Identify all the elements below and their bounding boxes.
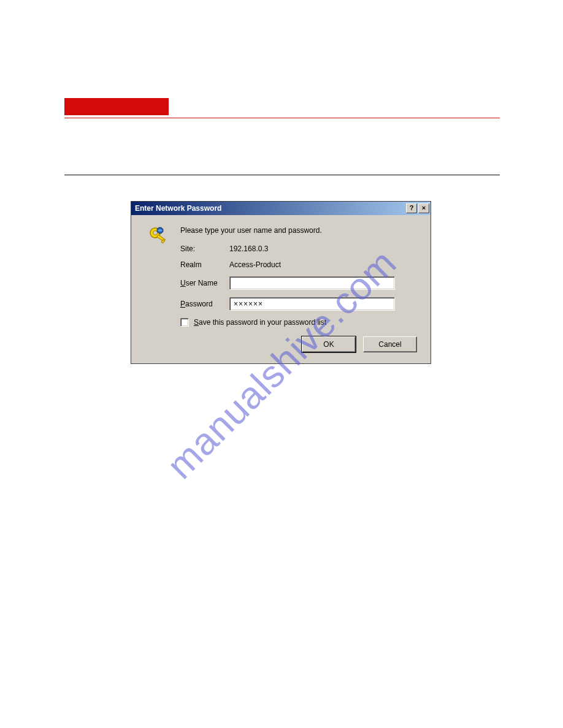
red-header-block [64,98,169,115]
site-value: 192.168.0.3 [229,245,268,253]
ok-button-label: OK [323,340,334,349]
red-divider [64,118,500,118]
password-row: Password [180,297,418,311]
site-row: Site: 192.168.0.3 [180,245,418,253]
close-button[interactable]: × [418,203,429,213]
realm-value: Access-Product [229,260,281,269]
prompt-row: Please type your user name and password. [180,226,418,235]
realm-row: Realm Access-Product [180,260,418,269]
username-input[interactable] [229,276,395,290]
cancel-button[interactable]: Cancel [363,336,417,352]
dialog-titlebar[interactable]: Enter Network Password ? × [131,202,431,215]
svg-point-1 [153,231,158,235]
save-password-label: Save this password in your password list [194,318,326,327]
password-label: Password [180,300,229,308]
help-button[interactable]: ? [406,203,417,213]
page-header-region [64,98,500,175]
dialog-title: Enter Network Password [132,204,406,213]
prompt-text: Please type your user name and password. [180,226,322,235]
username-row: User Name [180,276,418,290]
site-label: Site: [180,245,229,253]
key-icon [148,226,169,247]
cancel-button-label: Cancel [378,340,401,349]
black-divider [64,175,500,175]
dialog-body: Please type your user name and password.… [131,215,431,363]
username-label: User Name [180,279,229,287]
help-icon: ? [410,205,414,211]
close-icon: × [422,205,426,211]
dialog-button-row: OK Cancel [148,336,418,352]
realm-label: Realm [180,260,229,269]
save-password-checkbox[interactable] [180,318,189,327]
titlebar-buttons: ? × [406,203,429,213]
network-password-dialog: Enter Network Password ? × Please type y… [131,201,431,364]
ok-button[interactable]: OK [302,336,356,352]
save-password-row: Save this password in your password list [180,318,418,327]
password-input[interactable] [229,297,395,311]
